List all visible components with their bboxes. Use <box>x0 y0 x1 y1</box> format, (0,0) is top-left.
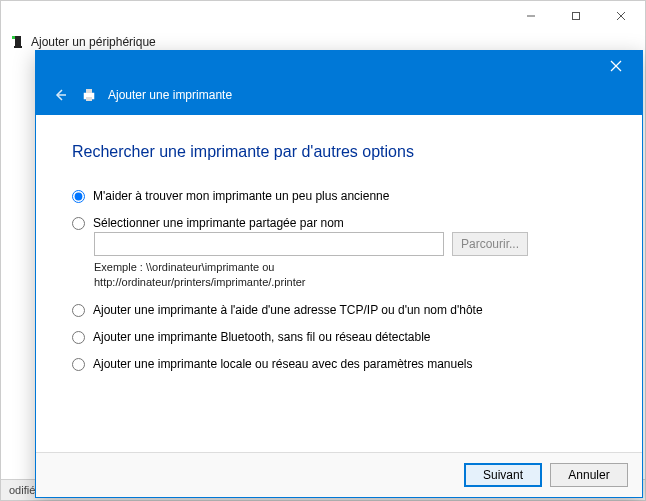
option-label: Sélectionner une imprimante partagée par… <box>93 216 344 230</box>
svg-rect-4 <box>15 36 21 46</box>
option-shared-printer[interactable]: Sélectionner une imprimante partagée par… <box>72 216 606 230</box>
wizard-footer: Suivant Annuler <box>36 452 642 497</box>
radio-legacy-printer[interactable] <box>72 190 85 203</box>
radio-shared-printer[interactable] <box>72 217 85 230</box>
option-bluetooth-printer[interactable]: Ajouter une imprimante Bluetooth, sans f… <box>72 330 606 344</box>
add-printer-wizard: Ajouter une imprimante Rechercher une im… <box>35 50 643 498</box>
radio-tcpip-printer[interactable] <box>72 304 85 317</box>
option-label: Ajouter une imprimante Bluetooth, sans f… <box>93 330 431 344</box>
shared-printer-sub: Parcourir... Exemple : \\ordinateur\impr… <box>94 232 606 290</box>
shared-printer-name-input[interactable] <box>94 232 444 256</box>
option-local-printer[interactable]: Ajouter une imprimante locale ou réseau … <box>72 357 606 371</box>
shared-example-text: Exemple : \\ordinateur\imprimante ou htt… <box>94 260 606 290</box>
option-label: Ajouter une imprimante locale ou réseau … <box>93 357 473 371</box>
option-label: Ajouter une imprimante à l'aide d'une ad… <box>93 303 483 317</box>
parent-title: Ajouter un périphérique <box>31 35 156 49</box>
wizard-close-button[interactable] <box>596 53 636 79</box>
svg-text:+: + <box>12 35 15 40</box>
wizard-header: Ajouter une imprimante <box>36 81 642 115</box>
printer-icon <box>80 86 98 104</box>
wizard-titlebar <box>36 51 642 81</box>
svg-rect-1 <box>572 13 579 20</box>
example-line-2: http://ordinateur/printers/imprimante/.p… <box>94 276 306 288</box>
parent-minimize-button[interactable] <box>508 2 553 30</box>
svg-rect-12 <box>86 89 92 93</box>
svg-rect-5 <box>14 46 22 48</box>
device-icon: + <box>11 35 25 49</box>
wizard-header-title: Ajouter une imprimante <box>108 88 232 102</box>
back-arrow-icon[interactable] <box>50 85 70 105</box>
option-legacy-printer[interactable]: M'aider à trouver mon imprimante un peu … <box>72 189 606 203</box>
example-line-1: Exemple : \\ordinateur\imprimante ou <box>94 261 274 273</box>
svg-rect-13 <box>86 97 92 101</box>
wizard-body: Rechercher une imprimante par d'autres o… <box>36 115 642 452</box>
browse-button: Parcourir... <box>452 232 528 256</box>
options-group: M'aider à trouver mon imprimante un peu … <box>72 189 606 371</box>
parent-titlebar <box>1 1 645 31</box>
wizard-heading: Rechercher une imprimante par d'autres o… <box>72 143 606 161</box>
cancel-button[interactable]: Annuler <box>550 463 628 487</box>
next-button[interactable]: Suivant <box>464 463 542 487</box>
radio-local-printer[interactable] <box>72 358 85 371</box>
option-label: M'aider à trouver mon imprimante un peu … <box>93 189 389 203</box>
option-tcpip-printer[interactable]: Ajouter une imprimante à l'aide d'une ad… <box>72 303 606 317</box>
parent-close-button[interactable] <box>598 2 643 30</box>
parent-maximize-button[interactable] <box>553 2 598 30</box>
radio-bluetooth-printer[interactable] <box>72 331 85 344</box>
